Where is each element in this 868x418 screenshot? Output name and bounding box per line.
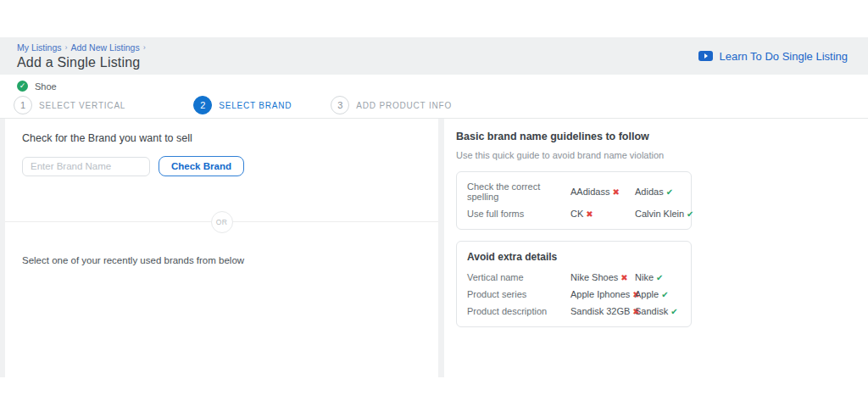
selected-vertical-label: Shoe	[35, 81, 57, 92]
check-mark-icon: ✔	[670, 307, 677, 316]
or-divider-label: OR	[211, 211, 233, 233]
selected-vertical-chip: ✓ Shoe	[0, 81, 868, 92]
step-select-brand[interactable]: 2 SELECT BRAND	[193, 96, 292, 114]
guideline-card-title: Avoid extra details	[467, 251, 681, 263]
brand-check-panel: Check for the Brand you want to sell Che…	[5, 119, 438, 377]
guideline-wrong-example: CK✖	[570, 209, 635, 219]
guideline-right-example: Calvin Klein✔	[635, 209, 693, 219]
content-area: Check for the Brand you want to sell Che…	[0, 119, 868, 377]
breadcrumb-separator: ›	[143, 42, 146, 53]
guideline-label: Product description	[467, 306, 570, 316]
guideline-wrong-example: Nike Shoes✖	[570, 272, 635, 282]
check-mark-icon: ✔	[687, 209, 693, 219]
or-divider: OR	[5, 211, 438, 233]
guideline-row: Product description Sandisk 32GB✖ Sandis…	[467, 306, 681, 316]
brand-check-heading: Check for the Brand you want to sell	[22, 132, 438, 144]
breadcrumb: My Listings › Add New Listings ›	[17, 42, 146, 53]
x-mark-icon: ✖	[586, 209, 593, 219]
step-1-label: SELECT VERTICAL	[39, 101, 125, 110]
breadcrumb-my-listings[interactable]: My Listings	[17, 42, 62, 53]
guideline-right-example: Nike✔	[635, 272, 663, 282]
page-header: My Listings › Add New Listings › Add a S…	[0, 37, 868, 75]
learn-link-label: Learn To Do Single Listing	[719, 50, 848, 63]
breadcrumb-add-new-listings[interactable]: Add New Listings	[71, 42, 140, 53]
video-play-icon	[698, 51, 713, 61]
learn-to-do-single-listing-link[interactable]: Learn To Do Single Listing	[698, 50, 848, 63]
step-add-product-info[interactable]: 3 ADD PRODUCT INFO	[331, 96, 452, 114]
guideline-right-example: Apple✔	[635, 289, 669, 299]
green-check-icon: ✓	[17, 81, 28, 92]
stepper: ✓ Shoe 1 SELECT VERTICAL 2 SELECT BRAND …	[0, 75, 868, 119]
breadcrumb-separator: ›	[65, 42, 68, 53]
step-select-vertical[interactable]: 1 SELECT VERTICAL	[14, 96, 125, 114]
guideline-label: Product series	[467, 289, 570, 299]
guideline-label: Vertical name	[467, 272, 570, 282]
recent-brands-text: Select one of your recently used brands …	[22, 255, 438, 265]
x-mark-icon: ✖	[620, 273, 627, 282]
step-2-label: SELECT BRAND	[219, 101, 292, 110]
page-title: Add a Single Listing	[17, 55, 146, 70]
guideline-wrong-example: Apple Iphones✖	[570, 289, 635, 299]
guideline-label: Use full forms	[467, 209, 570, 219]
guideline-right-example: Adidas✔	[635, 187, 673, 197]
check-mark-icon: ✔	[656, 273, 663, 282]
check-mark-icon: ✔	[666, 187, 673, 197]
check-brand-button[interactable]: Check Brand	[159, 156, 244, 176]
guideline-label: Check the correct spelling	[467, 181, 570, 202]
top-whitespace	[0, 0, 868, 37]
step-3-label: ADD PRODUCT INFO	[356, 101, 452, 110]
guideline-wrong-example: AAdidass✖	[570, 187, 635, 197]
brand-name-input[interactable]	[22, 157, 150, 176]
guidelines-subtitle: Use this quick guide to avoid brand name…	[456, 150, 868, 160]
guidelines-title: Basic brand name guidelines to follow	[456, 131, 868, 142]
guidelines-panel: Basic brand name guidelines to follow Us…	[444, 119, 868, 377]
step-2-number: 2	[193, 96, 212, 114]
x-mark-icon: ✖	[612, 187, 619, 197]
check-mark-icon: ✔	[661, 290, 668, 299]
guideline-card-extra-details: Avoid extra details Vertical name Nike S…	[456, 241, 692, 327]
guideline-row: Product series Apple Iphones✖ Apple✔	[467, 289, 681, 299]
guideline-row: Use full forms CK✖ Calvin Klein✔	[467, 209, 681, 219]
guideline-right-example: Sandisk✔	[635, 306, 678, 316]
guideline-wrong-example: Sandisk 32GB✖	[570, 306, 635, 316]
step-3-number: 3	[331, 96, 349, 114]
guideline-row: Check the correct spelling AAdidass✖ Adi…	[467, 181, 681, 202]
guideline-card-spelling: Check the correct spelling AAdidass✖ Adi…	[456, 171, 692, 230]
guideline-row: Vertical name Nike Shoes✖ Nike✔	[467, 272, 681, 282]
step-1-number: 1	[14, 96, 32, 114]
